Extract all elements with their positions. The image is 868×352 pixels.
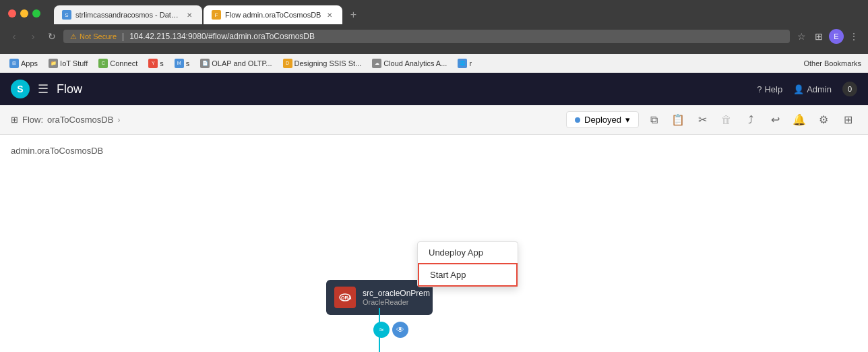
copy-button[interactable]: ⧉ xyxy=(644,111,663,129)
admin-label: Admin xyxy=(807,84,832,94)
iot-icon: 📁 xyxy=(49,59,58,68)
new-tab-button[interactable]: + xyxy=(344,5,363,24)
bookmark-apps[interactable]: ⊞ Apps xyxy=(7,57,40,69)
header-right: ? Help 👤 Admin 0 xyxy=(757,82,857,96)
bookmark-y[interactable]: Y s xyxy=(146,57,166,69)
notification-badge[interactable]: 0 xyxy=(842,82,857,96)
paste-button[interactable]: 📋 xyxy=(669,111,687,129)
apps-icon: ⊞ xyxy=(9,59,19,68)
bookmark-connect[interactable]: C Connect xyxy=(96,57,140,69)
bookmark-cloud[interactable]: ☁ Cloud Analytics A... xyxy=(369,57,450,69)
security-warning-text: Not Secure xyxy=(80,32,117,40)
cut-button[interactable]: ✂ xyxy=(693,111,712,129)
connect-icon: C xyxy=(98,59,108,68)
source-node-type: OracleReader xyxy=(363,298,430,306)
address-separator: | xyxy=(122,32,124,41)
bookmarks-bar: ⊞ Apps 📁 IoT Stuff C Connect Y s M s 📄 O… xyxy=(0,54,868,73)
tab-title-2: Flow admin.oraToCosmosDB xyxy=(225,11,321,19)
tab-favicon-1: S xyxy=(62,10,71,20)
hamburger-menu[interactable]: ☰ xyxy=(38,82,49,96)
deployed-status-dot xyxy=(575,117,580,123)
undeploy-app-item[interactable]: Undeploy App xyxy=(418,242,518,263)
deployed-label: Deployed xyxy=(584,115,621,125)
tab-bar: S strlimcassandracosmos - Data... ✕ F Fl… xyxy=(49,0,368,24)
app-header: S ☰ Flow ? Help 👤 Admin 0 xyxy=(0,73,868,105)
deployed-button[interactable]: Deployed ▾ xyxy=(566,111,639,128)
y-icon: Y xyxy=(148,59,158,68)
user-icon[interactable]: E xyxy=(829,29,844,44)
deployed-chevron: ▾ xyxy=(625,115,630,125)
breadcrumb-prefix: Flow: xyxy=(22,115,43,125)
bookmark-star[interactable]: ☆ xyxy=(794,29,809,44)
bookmark-olap-label: OLAP and OLTP... xyxy=(212,59,272,67)
monitor-icon: 👁 xyxy=(392,322,408,338)
bookmark-iot[interactable]: 📁 IoT Stuff xyxy=(46,57,90,69)
start-app-item[interactable]: Start App xyxy=(418,263,518,287)
browser-actions: ☆ ⊞ E ⋮ xyxy=(794,29,861,44)
app-logo: S xyxy=(11,80,30,98)
help-button[interactable]: ? Help xyxy=(757,84,782,94)
olap-icon: 📄 xyxy=(200,59,210,68)
breadcrumb-chevron: › xyxy=(117,115,120,125)
notifications-button[interactable]: 🔔 xyxy=(790,111,809,129)
other-bookmarks[interactable]: Other Bookmarks xyxy=(803,59,861,67)
menu-button[interactable]: ⋮ xyxy=(846,29,861,44)
bookmark-olap[interactable]: 📄 OLAP and OLTP... xyxy=(197,57,274,69)
export-button[interactable]: ⤴ xyxy=(741,111,760,129)
main-area: admin.oraToCosmosDB ORA src_oracleOnPrem… xyxy=(0,135,868,352)
ssis-icon: D xyxy=(283,59,292,68)
address-bar[interactable]: ⚠ Not Secure | 104.42.215.134:9080/#flow… xyxy=(63,30,790,43)
tab-close-2[interactable]: ✕ xyxy=(325,10,334,20)
forward-button[interactable]: › xyxy=(26,29,40,44)
bookmark-connect-label: Connect xyxy=(110,59,137,67)
bookmark-iot-label: IoT Stuff xyxy=(60,59,88,67)
security-warning: ⚠ xyxy=(70,32,77,41)
traffic-lights xyxy=(0,4,49,20)
history-button[interactable]: ↩ xyxy=(766,111,784,129)
bookmark-ssis[interactable]: D Designing SSIS St... xyxy=(280,57,365,69)
reload-button[interactable]: ↻ xyxy=(44,29,59,44)
bookmark-r-label: r xyxy=(469,59,472,67)
flow-label: admin.oraToCosmosDB xyxy=(11,146,103,156)
bookmark-ms[interactable]: M s xyxy=(172,57,193,69)
breadcrumb-icon: ⊞ xyxy=(11,115,18,125)
address-text: 104.42.215.134:9080/#flow/admin.oraToCos… xyxy=(129,32,783,41)
source-node-name: src_oracleOnPrem xyxy=(363,289,430,298)
tab-strlim[interactable]: S strlimcassandracosmos - Data... ✕ xyxy=(54,5,202,24)
bookmark-ms-label: s xyxy=(186,59,190,67)
bookmark-ssis-label: Designing SSIS St... xyxy=(294,59,362,67)
admin-icon: 👤 xyxy=(793,84,804,94)
tab-close-1[interactable]: ✕ xyxy=(185,10,194,20)
help-label: Help xyxy=(764,84,782,94)
tab-favicon-2: F xyxy=(212,10,221,20)
app-title: Flow xyxy=(57,82,82,96)
bookmark-apps-label: Apps xyxy=(21,59,38,67)
help-icon: ? xyxy=(757,84,762,94)
bookmark-r[interactable]: 🌐 r xyxy=(455,57,474,69)
connector-icons: ≈ 👁 xyxy=(373,322,408,338)
tab-title-1: strlimcassandracosmos - Data... xyxy=(75,11,181,19)
breadcrumb: ⊞ Flow: oraToCosmosDB › xyxy=(11,115,121,125)
source-node-info: src_oracleOnPrem OracleReader xyxy=(363,289,430,306)
bookmark-y-label: s xyxy=(160,59,164,67)
grid-button[interactable]: ⊞ xyxy=(838,111,857,129)
stream-icon: ≈ xyxy=(373,322,390,338)
back-button[interactable]: ‹ xyxy=(7,29,22,44)
ms-icon: M xyxy=(175,59,184,68)
r-icon: 🌐 xyxy=(458,59,467,68)
breadcrumb-flow-name: oraToCosmosDB xyxy=(47,115,113,125)
extensions-button[interactable]: ⊞ xyxy=(811,29,826,44)
cloud-icon: ☁ xyxy=(372,59,381,68)
minimize-button[interactable] xyxy=(20,9,28,18)
delete-button[interactable]: 🗑 xyxy=(717,111,736,129)
address-bar-row: ‹ › ↻ ⚠ Not Secure | 104.42.215.134:9080… xyxy=(0,24,868,49)
tab-flow[interactable]: F Flow admin.oraToCosmosDB ✕ xyxy=(204,5,342,24)
toolbar-actions: Deployed ▾ ⧉ 📋 ✂ 🗑 ⤴ ↩ 🔔 ⚙ ⊞ xyxy=(566,111,857,129)
close-button[interactable] xyxy=(8,9,16,18)
admin-button[interactable]: 👤 Admin xyxy=(793,84,832,94)
settings-button[interactable]: ⚙ xyxy=(814,111,833,129)
dropdown-menu: Undeploy App Start App xyxy=(417,241,518,287)
svg-text:ORA: ORA xyxy=(341,295,352,300)
maximize-button[interactable] xyxy=(32,9,40,18)
oracle-icon: ORA xyxy=(334,287,356,308)
